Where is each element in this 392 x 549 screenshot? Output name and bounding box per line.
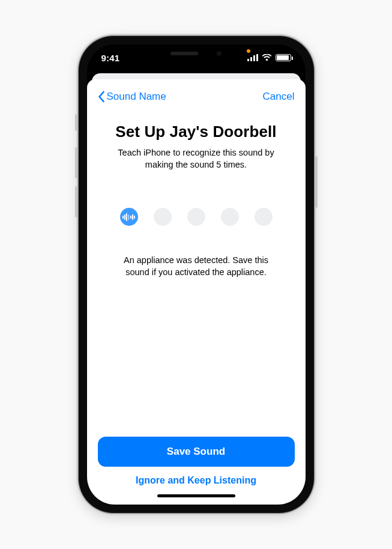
status-time: 9:41 <box>101 53 120 63</box>
cancel-button[interactable]: Cancel <box>263 91 295 103</box>
volume-down-button <box>75 186 77 217</box>
progress-dot-1-active <box>120 208 138 226</box>
save-sound-button[interactable]: Save Sound <box>98 437 295 467</box>
page-subtitle: Teach iPhone to recognize this sound by … <box>98 147 295 171</box>
back-label: Sound Name <box>107 91 166 103</box>
cellular-signal-icon <box>247 54 258 61</box>
progress-dot-5 <box>255 208 273 226</box>
progress-dot-2 <box>154 208 172 226</box>
sound-setup-sheet: Sound Name Cancel Set Up Jay's Doorbell … <box>87 79 306 505</box>
detection-message: An appliance was detected. Save this sou… <box>98 255 295 278</box>
notch <box>146 44 247 62</box>
mute-switch <box>75 114 77 131</box>
back-button[interactable]: Sound Name <box>98 91 166 103</box>
progress-dot-3 <box>187 208 205 226</box>
progress-dot-4 <box>221 208 239 226</box>
home-indicator[interactable] <box>157 494 235 497</box>
earpiece-speaker <box>170 52 198 55</box>
iphone-device-frame: 9:41 <box>79 36 314 513</box>
battery-icon <box>276 54 291 61</box>
recording-dot-icon <box>247 49 250 53</box>
page-title: Set Up Jay's Doorbell <box>98 123 295 141</box>
wifi-icon <box>262 54 272 61</box>
nav-bar: Sound Name Cancel <box>98 88 295 106</box>
audio-waveform-icon <box>122 213 136 221</box>
screen: 9:41 <box>87 44 306 505</box>
cancel-label: Cancel <box>263 91 295 102</box>
power-button <box>315 156 318 208</box>
ignore-and-keep-listening-link[interactable]: Ignore and Keep Listening <box>98 475 295 486</box>
front-camera <box>216 50 222 56</box>
chevron-left-icon <box>98 91 105 103</box>
progress-dots <box>98 208 295 226</box>
volume-up-button <box>75 147 77 178</box>
